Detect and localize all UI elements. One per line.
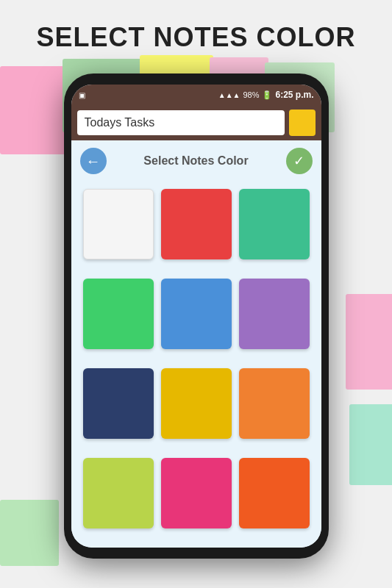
battery-percent: 98%	[243, 90, 259, 99]
status-bar-left: ▣	[79, 91, 218, 99]
page-title: SELECT NOTES COLOR	[0, 22, 392, 53]
time-display: 6:25 p.m.	[275, 90, 313, 100]
color-indicator	[289, 110, 316, 136]
color-picker-header: ← Select Notes Color ✓	[71, 140, 321, 182]
phone-frame: ▣ ▲▲▲ 98% 🔋 6:25 p.m. ← Select Notes Col…	[64, 74, 329, 559]
color-swatch-green[interactable]	[83, 279, 154, 349]
color-swatch-pink[interactable]	[161, 458, 232, 528]
phone-screen: ▣ ▲▲▲ 98% 🔋 6:25 p.m. ← Select Notes Col…	[71, 85, 321, 548]
color-swatch-blue[interactable]	[161, 279, 232, 349]
color-picker-panel: ← Select Notes Color ✓	[71, 140, 321, 548]
notification-icon: ▣	[79, 91, 85, 99]
color-swatch-white[interactable]	[83, 189, 154, 259]
color-swatch-lime[interactable]	[83, 458, 154, 528]
color-grid	[71, 182, 321, 548]
status-bar: ▣ ▲▲▲ 98% 🔋 6:25 p.m.	[71, 85, 321, 105]
color-swatch-deep-orange[interactable]	[239, 458, 310, 528]
signal-icon: ▲▲▲	[218, 91, 240, 99]
bg-note-7	[349, 404, 392, 485]
color-swatch-red[interactable]	[161, 189, 232, 259]
check-icon: ✓	[293, 153, 304, 169]
status-bar-right: ▲▲▲ 98% 🔋 6:25 p.m.	[218, 90, 314, 100]
bg-note-6	[346, 294, 392, 390]
color-picker-title: Select Notes Color	[107, 154, 286, 168]
color-swatch-dark-navy[interactable]	[83, 368, 154, 439]
search-bar	[71, 105, 321, 140]
search-input[interactable]	[77, 110, 285, 135]
back-button[interactable]: ←	[80, 148, 107, 174]
battery-icon: 🔋	[262, 90, 272, 100]
color-swatch-purple[interactable]	[239, 279, 310, 349]
bg-note-1	[0, 66, 66, 154]
color-swatch-orange[interactable]	[239, 368, 310, 439]
back-icon: ←	[86, 153, 101, 170]
confirm-button[interactable]: ✓	[286, 148, 313, 174]
color-swatch-teal[interactable]	[239, 189, 310, 259]
bg-note-8	[0, 500, 59, 566]
color-swatch-yellow[interactable]	[161, 368, 232, 439]
